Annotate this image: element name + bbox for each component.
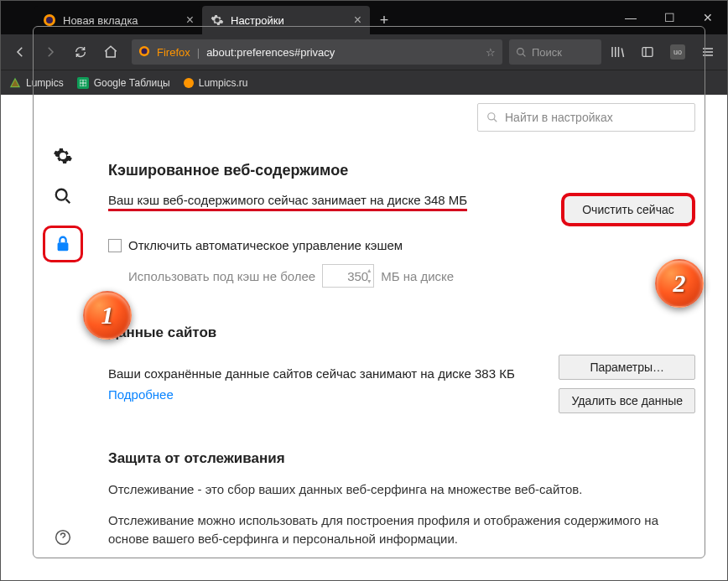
preferences-content: Найти в настройках Кэшированное веб-соде… — [34, 95, 704, 557]
tab-label: Новая вкладка — [63, 14, 138, 27]
search-box[interactable]: Поиск — [509, 39, 601, 65]
search-icon — [486, 112, 498, 123]
maximize-button[interactable]: ☐ — [650, 1, 689, 34]
firefox-icon — [138, 45, 150, 60]
home-button[interactable] — [96, 39, 125, 65]
tab-settings[interactable]: Настройки × — [202, 6, 370, 34]
svg-point-1 — [46, 17, 53, 23]
gear-icon — [53, 146, 73, 166]
minimize-button[interactable]: ― — [611, 1, 650, 34]
close-icon[interactable]: × — [186, 13, 194, 28]
lock-icon — [54, 235, 72, 253]
sidebar-help[interactable] — [52, 527, 74, 548]
disable-auto-label: Отключить автоматическое управление кэше… — [128, 238, 403, 252]
annotation-2: 2 — [655, 259, 704, 308]
svg-point-10 — [488, 113, 495, 120]
sidebar-privacy[interactable] — [52, 233, 74, 255]
bookmark-gsheets[interactable]: Google Таблицы — [77, 77, 170, 89]
bookmark-lumpics[interactable]: Lumpics — [9, 77, 64, 89]
circle-icon — [184, 78, 194, 88]
sitedata-heading: Данные сайтов — [108, 324, 695, 341]
close-window-button[interactable]: ✕ — [689, 1, 727, 34]
svg-point-4 — [517, 48, 524, 54]
annotation-1: 1 — [83, 291, 132, 340]
new-tab-button[interactable]: + — [370, 6, 398, 34]
clear-cache-button[interactable]: Очистить сейчас — [561, 193, 695, 226]
prefs-search-input[interactable]: Найти в настройках — [477, 103, 695, 132]
sidebar-toggle-button[interactable] — [633, 39, 662, 65]
sidebar-general[interactable] — [52, 145, 74, 167]
cache-limit-input[interactable]: 350 ▲▼ — [322, 264, 374, 288]
bookmark-label: Lumpics.ru — [199, 77, 248, 89]
tab-new[interactable]: Новая вкладка × — [34, 6, 202, 34]
tracking-heading: Защита от отслеживания — [108, 450, 695, 467]
params-label: Параметры… — [590, 361, 664, 374]
svg-rect-8 — [58, 242, 69, 251]
url-bar[interactable]: Firefox | about:preferences#privacy ☆ — [132, 39, 502, 65]
spinner-arrows[interactable]: ▲▼ — [363, 265, 375, 287]
cache-heading: Кэшированное веб-содержимое — [108, 162, 695, 179]
help-icon — [55, 529, 71, 546]
menu-button[interactable] — [694, 39, 722, 65]
checkbox-icon[interactable] — [108, 239, 122, 252]
bookmark-star-icon[interactable]: ☆ — [486, 46, 496, 59]
firefox-icon — [43, 13, 56, 27]
search-icon — [516, 47, 527, 58]
search-icon — [54, 187, 72, 205]
bookmark-lumpicsru[interactable]: Lumpics.ru — [184, 77, 248, 89]
sheets-icon — [77, 77, 89, 89]
limit-prefix: Использовать под кэш не более — [128, 269, 315, 283]
reload-button[interactable] — [66, 39, 95, 65]
navbar: Firefox | about:preferences#privacy ☆ По… — [1, 34, 727, 70]
addon-button[interactable]: uo — [663, 39, 692, 65]
cache-limit-row: Использовать под кэш не более 350 ▲▼ МБ … — [108, 264, 695, 288]
sitedata-delete-button[interactable]: Удалить все данные — [559, 388, 695, 413]
delete-label: Удалить все данные — [571, 394, 683, 407]
svg-rect-5 — [642, 48, 653, 57]
library-button[interactable] — [603, 39, 632, 65]
sitedata-status: Ваши сохранённые данные сайтов сейчас за… — [108, 366, 542, 381]
tracking-p1: Отслеживание - это сбор ваших данных веб… — [108, 480, 695, 500]
svg-point-3 — [142, 48, 148, 54]
cache-status: Ваш кэш веб-содержимого сейчас занимает … — [108, 193, 467, 211]
disable-auto-cache-row[interactable]: Отключить автоматическое управление кэше… — [108, 238, 695, 252]
url-path: about:preferences#privacy — [206, 46, 335, 59]
bookmarks-bar: Lumpics Google Таблицы Lumpics.ru — [1, 70, 727, 95]
titlebar: Новая вкладка × Настройки × + ― ☐ ✕ — [1, 1, 727, 34]
url-brand: Firefox — [157, 46, 190, 59]
window-controls: ― ☐ ✕ — [611, 1, 727, 34]
tab-label: Настройки — [231, 14, 284, 27]
limit-suffix: МБ на диске — [381, 269, 454, 283]
prefs-main: Найти в настройках Кэшированное веб-соде… — [91, 95, 704, 557]
sidebar-search[interactable] — [52, 185, 74, 207]
clear-cache-label: Очистить сейчас — [582, 203, 674, 216]
sidebar-privacy-highlight — [43, 226, 83, 262]
prefs-search-placeholder: Найти в настройках — [505, 111, 613, 124]
back-button[interactable] — [6, 39, 34, 65]
bookmark-label: Lumpics — [26, 77, 64, 89]
sitedata-more-link[interactable]: Подробнее — [108, 387, 174, 402]
sitedata-params-button[interactable]: Параметры… — [559, 355, 695, 380]
forward-button[interactable] — [36, 39, 65, 65]
tracking-p2: Отслеживание можно использовать для пост… — [108, 511, 695, 549]
close-icon[interactable]: × — [354, 13, 361, 28]
bookmark-label: Google Таблицы — [94, 77, 170, 89]
url-separator: | — [197, 46, 200, 59]
gear-icon — [211, 13, 224, 27]
search-placeholder: Поиск — [532, 46, 562, 59]
triangle-icon — [9, 77, 21, 89]
svg-point-7 — [56, 189, 67, 200]
prefs-sidebar — [34, 95, 91, 557]
